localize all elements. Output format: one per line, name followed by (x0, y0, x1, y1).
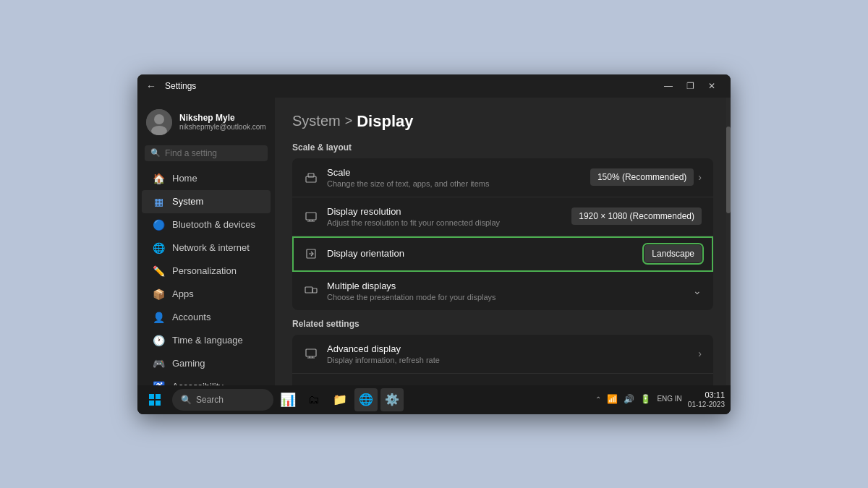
svg-rect-20 (149, 394, 154, 399)
search-input[interactable] (165, 148, 273, 158)
taskbar-volume-icon: 🔊 (624, 394, 634, 404)
multiple-displays-control: ⌄ (693, 285, 702, 296)
accounts-icon: 👤 (152, 311, 165, 324)
back-icon[interactable]: ← (146, 80, 156, 92)
minimize-button[interactable]: — (658, 78, 678, 94)
scrollbar-thumb[interactable] (726, 127, 731, 213)
taskbar-file-explorer[interactable]: 📁 (328, 388, 352, 411)
resolution-icon (304, 209, 318, 223)
svg-rect-12 (312, 288, 317, 293)
nav-item-accessibility[interactable]: ♿ Accessibility (142, 375, 271, 385)
related-settings-header: Related settings (292, 319, 713, 329)
svg-rect-23 (156, 401, 161, 406)
resolution-control: 1920 × 1080 (Recommended) (571, 207, 702, 225)
breadcrumb-parent[interactable]: System (292, 113, 341, 129)
taskbar-chevron-up[interactable]: ⌃ (595, 395, 601, 403)
graphics-row: Graphics › (292, 374, 713, 385)
breadcrumb: System > Display (292, 112, 713, 131)
nav-item-personalization[interactable]: ✏️ Personalization (142, 260, 271, 283)
profile-info: Nikshep Myle nikshepmyle@outlook.com (179, 113, 266, 131)
taskbar-widget-app[interactable]: 🗂 (302, 388, 326, 411)
svg-rect-22 (149, 401, 154, 406)
taskbar-settings-app[interactable]: ⚙️ (380, 388, 404, 411)
sidebar: Nikshep Myle nikshepmyle@outlook.com 🔍 🏠… (137, 98, 275, 385)
graphics-chevron: › (698, 384, 702, 385)
related-settings-section: Advanced display Display information, re… (292, 335, 713, 385)
scale-dropdown[interactable]: 150% (Recommended) (590, 168, 694, 186)
taskbar-lang: ENG IN (657, 395, 681, 403)
orientation-text: Display orientation (327, 248, 636, 259)
multiple-displays-expand-icon[interactable]: ⌄ (693, 285, 702, 296)
home-icon: 🏠 (152, 172, 165, 185)
taskbar-search-label: Search (196, 395, 224, 405)
advanced-display-desc: Display information, refresh rate (327, 356, 689, 364)
taskbar-chrome[interactable]: 🌐 (354, 388, 378, 411)
nav-item-bluetooth[interactable]: 🔵 Bluetooth & devices (142, 213, 271, 236)
advanced-display-chevron: › (698, 348, 702, 359)
bluetooth-icon: 🔵 (152, 218, 165, 231)
resolution-desc: Adjust the resolution to fit your connec… (327, 218, 563, 227)
advanced-display-text: Advanced display Display information, re… (327, 343, 689, 364)
orientation-row: Display orientation Landscape (292, 236, 713, 272)
orientation-icon (304, 247, 318, 261)
profile-name: Nikshep Myle (179, 113, 266, 123)
nav-item-system[interactable]: ▦ System (142, 190, 271, 213)
search-box[interactable]: 🔍 (145, 145, 268, 161)
network-icon: 🌐 (152, 241, 165, 254)
breadcrumb-separator: > (345, 114, 353, 129)
multiple-displays-title: Multiple displays (327, 281, 684, 291)
nav-label-bluetooth: Bluetooth & devices (172, 219, 255, 230)
orientation-control: Landscape (644, 245, 702, 262)
advanced-display-icon (304, 346, 318, 361)
graphics-title: Graphics (327, 384, 689, 385)
taskbar-right: ⌃ 📶 🔊 🔋 ENG IN 03:11 01-12-2023 (595, 390, 725, 409)
taskbar-search[interactable]: 🔍 Search (172, 389, 273, 411)
apps-icon: 📦 (152, 288, 165, 301)
nav-label-apps: Apps (172, 288, 194, 299)
nav-label-home: Home (172, 173, 197, 184)
system-icon: ▦ (152, 195, 165, 208)
scale-icon (304, 170, 318, 184)
profile-section[interactable]: Nikshep Myle nikshepmyle@outlook.com (137, 103, 275, 145)
graphics-text: Graphics (327, 384, 689, 385)
close-button[interactable]: ✕ (702, 78, 722, 94)
scale-text: Scale Change the size of text, apps, and… (327, 167, 582, 188)
scrollbar-track (726, 98, 731, 385)
resolution-dropdown[interactable]: 1920 × 1080 (Recommended) (571, 207, 702, 225)
nav-item-accounts[interactable]: 👤 Accounts (142, 306, 271, 329)
title-bar: ← Settings — ❐ ✕ (137, 74, 731, 98)
svg-rect-21 (156, 394, 161, 399)
taskbar: 🔍 Search 📊 🗂 📁 🌐 ⚙️ ⌃ 📶 🔊 🔋 ENG IN 03:11… (137, 385, 731, 414)
resolution-title: Display resolution (327, 206, 563, 217)
nav-label-gaming: Gaming (172, 358, 205, 369)
breadcrumb-current: Display (357, 112, 413, 131)
accessibility-icon: ♿ (152, 380, 165, 385)
start-button[interactable] (143, 388, 166, 411)
scale-layout-section: Scale Change the size of text, apps, and… (292, 158, 713, 310)
taskbar-date-value: 01-12-2023 (688, 400, 725, 409)
nav-item-time[interactable]: 🕐 Time & language (142, 329, 271, 352)
taskbar-datetime[interactable]: 03:11 01-12-2023 (688, 390, 725, 409)
title-bar-left: ← Settings (146, 80, 196, 92)
taskbar-charts-app[interactable]: 📊 (276, 388, 299, 411)
nav-item-gaming[interactable]: 🎮 Gaming (142, 352, 271, 375)
maximize-button[interactable]: ❐ (680, 78, 700, 94)
nav-label-network: Network & internet (172, 242, 250, 253)
multiple-displays-row: Multiple displays Choose the presentatio… (292, 272, 713, 310)
scale-chevron-right: › (698, 171, 702, 183)
taskbar-battery-icon: 🔋 (640, 394, 651, 404)
orientation-dropdown[interactable]: Landscape (644, 245, 702, 262)
resolution-row: Display resolution Adjust the resolution… (292, 197, 713, 236)
svg-rect-11 (305, 287, 312, 293)
scale-title: Scale (327, 167, 582, 178)
nav-item-home[interactable]: 🏠 Home (142, 167, 271, 190)
nav-label-system: System (172, 196, 203, 207)
nav-item-apps[interactable]: 📦 Apps (142, 283, 271, 306)
window-controls: — ❐ ✕ (658, 78, 722, 94)
advanced-display-title: Advanced display (327, 343, 689, 354)
personalization-icon: ✏️ (152, 265, 165, 278)
advanced-display-row: Advanced display Display information, re… (292, 335, 713, 374)
search-icon: 🔍 (150, 148, 161, 158)
taskbar-search-icon: 🔍 (181, 395, 192, 405)
nav-item-network[interactable]: 🌐 Network & internet (142, 236, 271, 260)
